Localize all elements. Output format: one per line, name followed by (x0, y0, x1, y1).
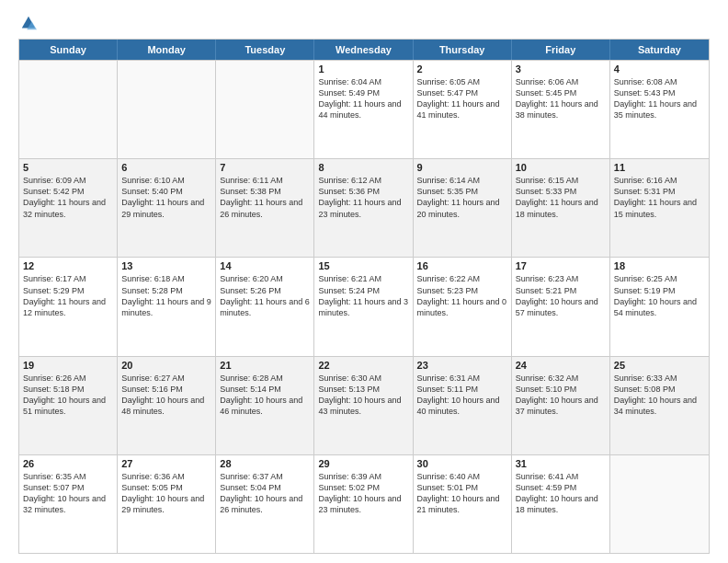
calendar-cell: 21Sunrise: 6:28 AM Sunset: 5:14 PM Dayli… (216, 357, 314, 454)
day-info: Sunrise: 6:20 AM Sunset: 5:26 PM Dayligh… (220, 273, 310, 318)
day-info: Sunrise: 6:41 AM Sunset: 4:59 PM Dayligh… (516, 471, 606, 516)
day-number: 4 (614, 63, 705, 75)
day-number: 9 (417, 162, 507, 173)
calendar-cell: 23Sunrise: 6:31 AM Sunset: 5:11 PM Dayli… (414, 357, 512, 454)
day-info: Sunrise: 6:16 AM Sunset: 5:31 PM Dayligh… (614, 175, 705, 220)
day-info: Sunrise: 6:30 AM Sunset: 5:13 PM Dayligh… (318, 373, 408, 418)
day-number: 15 (318, 260, 408, 271)
day-info: Sunrise: 6:26 AM Sunset: 5:18 PM Dayligh… (23, 373, 113, 418)
day-number: 27 (121, 458, 211, 469)
calendar-cell: 14Sunrise: 6:20 AM Sunset: 5:26 PM Dayli… (216, 258, 314, 355)
calendar-cell: 6Sunrise: 6:10 AM Sunset: 5:40 PM Daylig… (118, 159, 216, 257)
day-number: 17 (516, 260, 606, 271)
logo (18, 15, 37, 31)
day-info: Sunrise: 6:40 AM Sunset: 5:01 PM Dayligh… (417, 471, 507, 516)
day-number: 18 (614, 260, 705, 271)
calendar-cell: 24Sunrise: 6:32 AM Sunset: 5:10 PM Dayli… (512, 357, 610, 454)
calendar-cell: 28Sunrise: 6:37 AM Sunset: 5:04 PM Dayli… (216, 455, 314, 553)
day-info: Sunrise: 6:10 AM Sunset: 5:40 PM Dayligh… (121, 175, 211, 220)
header-day-saturday: Saturday (610, 40, 709, 60)
day-number: 3 (516, 63, 606, 75)
calendar-cell: 26Sunrise: 6:35 AM Sunset: 5:07 PM Dayli… (19, 455, 118, 553)
day-number: 1 (318, 63, 408, 75)
calendar-cell: 12Sunrise: 6:17 AM Sunset: 5:29 PM Dayli… (19, 258, 118, 355)
day-info: Sunrise: 6:12 AM Sunset: 5:36 PM Dayligh… (318, 175, 408, 220)
day-number: 13 (121, 260, 211, 271)
calendar-week-4: 19Sunrise: 6:26 AM Sunset: 5:18 PM Dayli… (19, 356, 709, 454)
calendar-cell: 18Sunrise: 6:25 AM Sunset: 5:19 PM Dayli… (610, 258, 709, 355)
day-number: 2 (417, 63, 507, 75)
calendar-cell: 10Sunrise: 6:15 AM Sunset: 5:33 PM Dayli… (512, 159, 610, 257)
day-info: Sunrise: 6:09 AM Sunset: 5:42 PM Dayligh… (23, 175, 113, 220)
calendar-cell (610, 455, 709, 553)
day-number: 16 (417, 260, 507, 271)
calendar: SundayMondayTuesdayWednesdayThursdayFrid… (18, 39, 710, 554)
day-number: 14 (220, 260, 310, 271)
calendar-cell: 19Sunrise: 6:26 AM Sunset: 5:18 PM Dayli… (19, 357, 118, 454)
day-number: 25 (614, 360, 705, 371)
day-info: Sunrise: 6:23 AM Sunset: 5:21 PM Dayligh… (516, 273, 606, 318)
calendar-cell: 17Sunrise: 6:23 AM Sunset: 5:21 PM Dayli… (512, 258, 610, 355)
calendar-cell: 8Sunrise: 6:12 AM Sunset: 5:36 PM Daylig… (314, 159, 413, 257)
logo-icon (20, 15, 37, 31)
day-info: Sunrise: 6:37 AM Sunset: 5:04 PM Dayligh… (220, 471, 310, 516)
calendar-cell (118, 61, 216, 158)
calendar-cell: 31Sunrise: 6:41 AM Sunset: 4:59 PM Dayli… (512, 455, 610, 553)
header-day-monday: Monday (118, 40, 216, 60)
day-info: Sunrise: 6:15 AM Sunset: 5:33 PM Dayligh… (516, 175, 606, 220)
day-number: 26 (23, 458, 113, 469)
day-info: Sunrise: 6:21 AM Sunset: 5:24 PM Dayligh… (318, 273, 408, 318)
day-info: Sunrise: 6:27 AM Sunset: 5:16 PM Dayligh… (121, 373, 211, 418)
day-info: Sunrise: 6:14 AM Sunset: 5:35 PM Dayligh… (417, 175, 507, 220)
calendar-cell: 2Sunrise: 6:05 AM Sunset: 5:47 PM Daylig… (414, 61, 512, 158)
logo-text (18, 15, 37, 31)
calendar-cell: 5Sunrise: 6:09 AM Sunset: 5:42 PM Daylig… (19, 159, 118, 257)
day-number: 6 (121, 162, 211, 173)
calendar-cell: 1Sunrise: 6:04 AM Sunset: 5:49 PM Daylig… (314, 61, 413, 158)
calendar-cell: 20Sunrise: 6:27 AM Sunset: 5:16 PM Dayli… (118, 357, 216, 454)
day-number: 21 (220, 360, 310, 371)
day-info: Sunrise: 6:06 AM Sunset: 5:45 PM Dayligh… (516, 76, 606, 121)
calendar-week-3: 12Sunrise: 6:17 AM Sunset: 5:29 PM Dayli… (19, 257, 709, 355)
day-number: 12 (23, 260, 113, 271)
day-number: 30 (417, 458, 507, 469)
day-info: Sunrise: 6:32 AM Sunset: 5:10 PM Dayligh… (516, 373, 606, 418)
page: SundayMondayTuesdayWednesdayThursdayFrid… (0, 0, 728, 563)
day-info: Sunrise: 6:39 AM Sunset: 5:02 PM Dayligh… (318, 471, 408, 516)
day-number: 29 (318, 458, 408, 469)
calendar-week-5: 26Sunrise: 6:35 AM Sunset: 5:07 PM Dayli… (19, 454, 709, 553)
day-info: Sunrise: 6:31 AM Sunset: 5:11 PM Dayligh… (417, 373, 507, 418)
day-number: 23 (417, 360, 507, 371)
calendar-week-1: 1Sunrise: 6:04 AM Sunset: 5:49 PM Daylig… (19, 60, 709, 158)
header-day-wednesday: Wednesday (314, 40, 413, 60)
calendar-cell: 3Sunrise: 6:06 AM Sunset: 5:45 PM Daylig… (512, 61, 610, 158)
calendar-cell: 25Sunrise: 6:33 AM Sunset: 5:08 PM Dayli… (610, 357, 709, 454)
calendar-body: 1Sunrise: 6:04 AM Sunset: 5:49 PM Daylig… (19, 60, 709, 553)
day-info: Sunrise: 6:25 AM Sunset: 5:19 PM Dayligh… (614, 273, 705, 318)
calendar-cell: 16Sunrise: 6:22 AM Sunset: 5:23 PM Dayli… (414, 258, 512, 355)
day-info: Sunrise: 6:17 AM Sunset: 5:29 PM Dayligh… (23, 273, 113, 318)
day-info: Sunrise: 6:35 AM Sunset: 5:07 PM Dayligh… (23, 471, 113, 516)
calendar-week-2: 5Sunrise: 6:09 AM Sunset: 5:42 PM Daylig… (19, 158, 709, 257)
calendar-cell: 11Sunrise: 6:16 AM Sunset: 5:31 PM Dayli… (610, 159, 709, 257)
day-number: 5 (23, 162, 113, 173)
calendar-cell: 13Sunrise: 6:18 AM Sunset: 5:28 PM Dayli… (118, 258, 216, 355)
day-info: Sunrise: 6:28 AM Sunset: 5:14 PM Dayligh… (220, 373, 310, 418)
day-number: 24 (516, 360, 606, 371)
day-info: Sunrise: 6:05 AM Sunset: 5:47 PM Dayligh… (417, 76, 507, 121)
day-number: 7 (220, 162, 310, 173)
day-number: 10 (516, 162, 606, 173)
day-number: 8 (318, 162, 408, 173)
calendar-cell: 27Sunrise: 6:36 AM Sunset: 5:05 PM Dayli… (118, 455, 216, 553)
day-number: 28 (220, 458, 310, 469)
calendar-cell (19, 61, 118, 158)
day-info: Sunrise: 6:36 AM Sunset: 5:05 PM Dayligh… (121, 471, 211, 516)
header-day-friday: Friday (512, 40, 610, 60)
calendar-cell: 22Sunrise: 6:30 AM Sunset: 5:13 PM Dayli… (314, 357, 413, 454)
calendar-cell (216, 61, 314, 158)
day-number: 31 (516, 458, 606, 469)
day-number: 19 (23, 360, 113, 371)
calendar-header-row: SundayMondayTuesdayWednesdayThursdayFrid… (19, 40, 709, 60)
header (18, 15, 710, 31)
calendar-cell: 30Sunrise: 6:40 AM Sunset: 5:01 PM Dayli… (414, 455, 512, 553)
